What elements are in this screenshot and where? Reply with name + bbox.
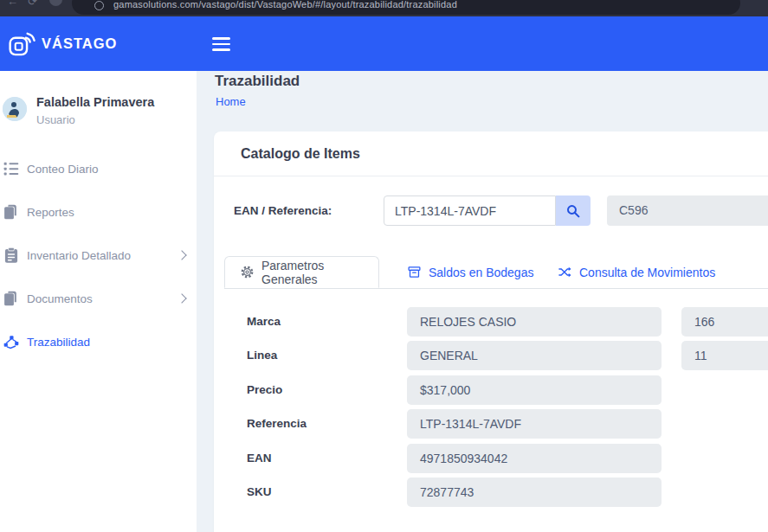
field-label-linea: Linea bbox=[247, 341, 277, 370]
brand-logo[interactable] bbox=[7, 29, 36, 59]
field-value-ean: 4971850934042 bbox=[407, 444, 662, 473]
ean-referencia-input[interactable] bbox=[384, 195, 556, 226]
sidebar-item-label: Documentos bbox=[27, 292, 93, 305]
field-label-precio: Precio bbox=[247, 375, 282, 405]
brand-name: VÁSTAGO bbox=[42, 16, 117, 71]
tab-label: Consulta de Movimientos bbox=[579, 266, 715, 279]
breadcrumb-home-link[interactable]: Home bbox=[216, 95, 246, 108]
sidebar-item-conteo-diario[interactable]: Conteo Diario bbox=[0, 156, 197, 182]
url-text: gamasolutions.com/vastago/dist/VastagoWe… bbox=[113, 0, 457, 10]
card-header: Catalogo de Items bbox=[214, 131, 768, 176]
tab-saldos-en-bodegas[interactable]: Saldos en Bodegas bbox=[407, 256, 533, 288]
rfid-tag-icon bbox=[7, 29, 36, 59]
app-header: VÁSTAGO bbox=[0, 16, 768, 71]
browser-home-icon[interactable] bbox=[49, 0, 62, 6]
ean-referencia-label: EAN / Referencia: bbox=[234, 195, 332, 226]
documents-icon bbox=[3, 203, 20, 221]
avatar bbox=[3, 97, 27, 121]
clipboard-icon bbox=[3, 247, 20, 264]
tab-consulta-de-movimientos[interactable]: Consulta de Movimientos bbox=[558, 256, 715, 288]
sidebar-item-trazabilidad[interactable]: Trazabilidad bbox=[0, 329, 197, 355]
sidebar-item-label: Reportes bbox=[27, 206, 74, 219]
ordered-list-icon bbox=[3, 160, 20, 177]
field-value-precio: $317,000 bbox=[407, 375, 662, 405]
browser-top-bar: ← ⟳ gamasolutions.com/vastago/dist/Vasta… bbox=[0, 0, 768, 16]
tabs-divider bbox=[224, 288, 768, 289]
sidebar-item-label: Conteo Diario bbox=[27, 163, 99, 176]
tab-label: Parametros Generales bbox=[261, 259, 378, 286]
field-label-referencia: Referencia bbox=[247, 409, 307, 439]
field-code-linea: 11 bbox=[681, 341, 768, 370]
sidebar-item-reportes[interactable]: Reportes bbox=[0, 199, 197, 225]
field-label-marca: Marca bbox=[247, 307, 281, 337]
sidebar-item-label: Trazabilidad bbox=[27, 336, 90, 349]
main-content: Trazabilidad Home Catalogo de Items EAN … bbox=[197, 71, 768, 532]
tab-label: Saldos en Bodegas bbox=[429, 266, 533, 279]
field-value-referencia: LTP-1314L-7AVDF bbox=[407, 409, 662, 439]
browser-back-icon[interactable]: ← bbox=[7, 0, 18, 8]
sidebar: Falabella Primavera Usuario Conteo Diari… bbox=[0, 71, 197, 532]
gear-icon bbox=[240, 265, 255, 279]
field-value-marca: RELOJES CASIO bbox=[407, 307, 662, 337]
chevron-right-icon bbox=[177, 250, 186, 260]
user-profile: Falabella Primavera Usuario bbox=[3, 95, 193, 133]
network-route-icon bbox=[3, 333, 20, 350]
card-title: Catalogo de Items bbox=[241, 131, 360, 176]
person-illustration-icon bbox=[3, 97, 27, 121]
field-label-sku: SKU bbox=[247, 478, 272, 507]
shuffle-arrows-icon bbox=[558, 265, 572, 279]
sidebar-item-documentos[interactable]: Documentos bbox=[0, 285, 197, 311]
chevron-right-icon bbox=[177, 293, 186, 303]
hamburger-icon[interactable] bbox=[212, 37, 231, 51]
field-value-linea: GENERAL bbox=[407, 341, 662, 370]
search-button[interactable] bbox=[556, 195, 591, 226]
item-code-field: C596 bbox=[607, 195, 768, 226]
site-info-icon[interactable] bbox=[94, 1, 104, 10]
archive-box-icon bbox=[407, 265, 422, 279]
sidebar-item-inventario-detallado[interactable]: Inventario Detallado bbox=[0, 242, 197, 268]
sidebar-item-label: Inventario Detallado bbox=[27, 249, 131, 262]
field-code-marca: 166 bbox=[681, 307, 768, 337]
catalog-card: Catalogo de Items EAN / Referencia: C596… bbox=[214, 131, 768, 532]
browser-reload-icon[interactable]: ⟳ bbox=[28, 0, 37, 8]
page-title: Trazabilidad bbox=[215, 73, 300, 90]
tab-parametros-generales[interactable]: Parametros Generales bbox=[224, 256, 379, 288]
documents-icon bbox=[3, 290, 20, 307]
field-label-ean: EAN bbox=[247, 444, 272, 473]
user-name: Falabella Primavera bbox=[36, 95, 154, 109]
address-bar[interactable]: gamasolutions.com/vastago/dist/VastagoWe… bbox=[72, 0, 740, 15]
magnifier-icon bbox=[565, 203, 581, 219]
user-role: Usuario bbox=[36, 113, 75, 126]
field-value-sku: 72877743 bbox=[407, 478, 662, 507]
